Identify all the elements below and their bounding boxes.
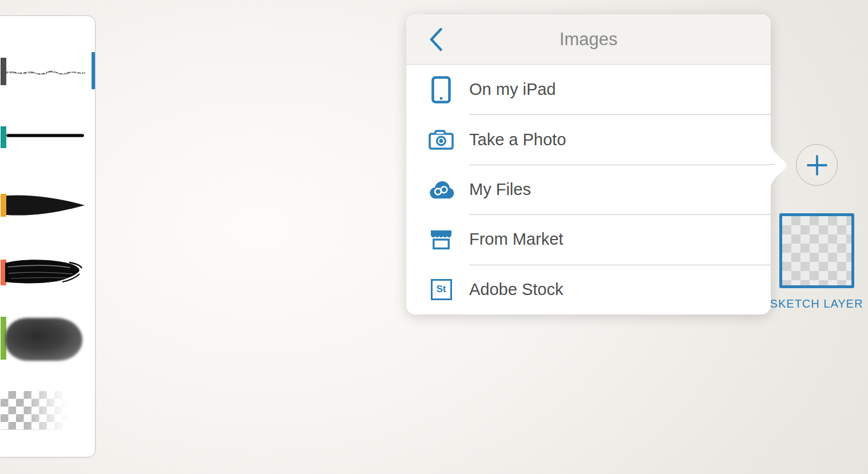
chevron-left-icon xyxy=(429,27,443,51)
menu-item-on-my-ipad[interactable]: On my iPad xyxy=(406,65,771,114)
camera-icon xyxy=(428,126,454,153)
ink-stroke xyxy=(6,133,84,138)
marker-stroke xyxy=(6,194,85,217)
menu-item-label: Adobe Stock xyxy=(469,280,563,299)
menu-item-label: My Files xyxy=(469,180,531,199)
image-source-menu: On my iPad Take a Photo xyxy=(406,65,771,314)
adobe-stock-icon-text: St xyxy=(437,284,446,295)
brush-item-pencil[interactable] xyxy=(0,50,95,125)
add-layer-button[interactable] xyxy=(796,144,838,186)
creative-cloud-icon xyxy=(428,176,454,204)
menu-item-from-market[interactable]: From Market xyxy=(406,214,771,264)
brush-item-dry-brush[interactable] xyxy=(0,250,95,313)
adobe-stock-icon: St xyxy=(428,276,454,303)
back-button[interactable] xyxy=(420,14,452,64)
menu-item-my-files[interactable]: My Files xyxy=(406,165,771,214)
market-icon xyxy=(428,226,454,253)
popover-arrow xyxy=(770,140,789,190)
brush-item-ink-pen[interactable] xyxy=(0,122,95,185)
eraser-stroke xyxy=(1,391,72,430)
selected-brush-indicator xyxy=(92,52,95,89)
brush-item-watercolor[interactable] xyxy=(0,305,95,388)
images-popover: Images On my iPad Take a Photo xyxy=(406,14,771,314)
menu-item-adobe-stock[interactable]: St Adobe Stock xyxy=(406,265,771,314)
sketch-layer-label: SKETCH LAYER xyxy=(765,297,868,310)
brush-color-tab xyxy=(1,126,6,148)
popover-title: Images xyxy=(406,29,771,50)
brush-color-tab xyxy=(1,194,6,217)
brush-item-eraser[interactable] xyxy=(0,388,95,451)
menu-item-label: Take a Photo xyxy=(469,130,566,149)
menu-item-label: On my iPad xyxy=(469,80,556,99)
sketch-layer-thumbnail[interactable] xyxy=(779,213,854,288)
ipad-icon xyxy=(428,76,454,103)
brush-item-marker[interactable] xyxy=(0,185,95,250)
plus-icon xyxy=(806,154,829,177)
watercolor-stroke xyxy=(5,318,82,361)
menu-item-take-a-photo[interactable]: Take a Photo xyxy=(406,114,771,164)
dry-brush-stroke xyxy=(5,258,83,285)
pencil-stroke xyxy=(5,69,85,76)
popover-header: Images xyxy=(406,14,771,65)
menu-item-label: From Market xyxy=(469,230,563,249)
brush-panel xyxy=(0,15,96,457)
